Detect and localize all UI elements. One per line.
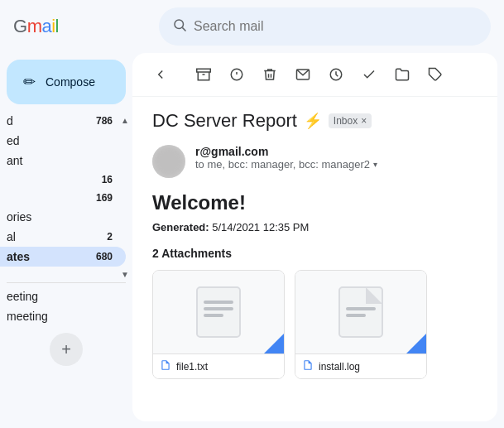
sidebar-item-4[interactable]: 16 xyxy=(0,171,126,189)
inbox-label: d xyxy=(7,114,13,127)
report-button[interactable] xyxy=(222,60,252,89)
sender-to: to me, bcc: manager, bcc: manager2 ▾ xyxy=(195,158,377,171)
item5-count: 169 xyxy=(96,192,113,204)
file-icon-small-2 xyxy=(302,359,314,373)
sidebar-item-meeting[interactable]: eeting xyxy=(0,286,126,306)
attachment-footer-2: install.log xyxy=(295,353,426,378)
email-subject: DC Server Report xyxy=(152,110,297,132)
sender-email: r@gmail.com xyxy=(195,145,377,158)
updates-count: 680 xyxy=(96,251,113,262)
attachment-card-2[interactable]: install.log xyxy=(295,270,427,379)
check-button[interactable] xyxy=(354,60,384,89)
attachments-section: 2 Attachments xyxy=(152,247,478,379)
subject-line: DC Server Report ⚡ Inbox × xyxy=(152,110,478,132)
attachments-row: file1.txt xyxy=(152,270,478,379)
meeting-label: eeting xyxy=(7,290,38,303)
email-button[interactable] xyxy=(288,60,318,89)
email-panel: DC Server Report ⚡ Inbox × r@gmail.com t… xyxy=(132,53,497,421)
add-button[interactable]: + xyxy=(50,333,83,366)
attachment-corner-1 xyxy=(264,334,284,353)
attachment-card-1[interactable]: file1.txt xyxy=(152,270,285,379)
meeting2-label: meeting xyxy=(7,310,48,323)
delete-button[interactable] xyxy=(255,60,285,89)
generated-date: 5/14/2021 12:35 PM xyxy=(212,221,309,233)
attachments-title: 2 Attachments xyxy=(152,247,478,260)
avatar xyxy=(152,145,185,178)
social-label: al xyxy=(7,230,16,243)
inbox-label-badge[interactable]: Inbox × xyxy=(329,113,372,128)
attachment-preview-1 xyxy=(153,271,284,353)
email-toolbar xyxy=(132,53,497,97)
starred-label: ed xyxy=(7,134,20,147)
topbar: Gmail xyxy=(0,0,504,53)
categories-label: ories xyxy=(7,210,31,224)
clock-button[interactable] xyxy=(321,60,351,89)
sidebar-section-main: d 786 ▲ ed ant xyxy=(0,111,132,267)
important-label: ant xyxy=(7,154,22,167)
email-body: Welcome! Generated: 5/14/2021 12:35 PM 2… xyxy=(152,191,478,379)
sidebar-item-meeting2[interactable]: meeting xyxy=(0,306,126,326)
sidebar-item-5[interactable]: 169 xyxy=(0,189,126,207)
sidebar-item-updates[interactable]: ates 680 xyxy=(0,247,126,267)
tag-button[interactable] xyxy=(420,60,450,89)
search-icon xyxy=(172,17,187,36)
compose-label: Compose xyxy=(46,75,95,89)
sidebar-item-starred[interactable]: ed xyxy=(0,131,126,151)
svg-point-0 xyxy=(175,20,184,29)
file-icon-large-2 xyxy=(338,286,384,339)
back-button[interactable] xyxy=(146,60,175,89)
file-icon-large-1 xyxy=(195,286,242,339)
search-bar[interactable] xyxy=(159,7,491,46)
svg-rect-14 xyxy=(339,287,382,337)
sender-dropdown-arrow[interactable]: ▾ xyxy=(373,160,377,169)
file-icon-small-1 xyxy=(160,359,171,373)
sender-details: r@gmail.com to me, bcc: manager, bcc: ma… xyxy=(195,145,377,171)
sidebar-item-inbox[interactable]: d 786 xyxy=(0,111,126,131)
main-layout: ✏ Compose d 786 ▲ ed xyxy=(0,53,504,428)
attachment-corner-2 xyxy=(406,334,426,353)
scroll-down-arrow[interactable]: ▼ xyxy=(121,270,129,279)
inbox-count: 786 xyxy=(96,115,113,127)
svg-rect-12 xyxy=(204,307,233,310)
sidebar-item-important[interactable]: ant xyxy=(0,151,126,171)
generated-info: Generated: 5/14/2021 12:35 PM xyxy=(152,221,478,233)
avatar-image xyxy=(152,145,185,178)
thunder-icon: ⚡ xyxy=(304,112,322,130)
email-content: DC Server Report ⚡ Inbox × r@gmail.com t… xyxy=(132,97,497,421)
updates-label: ates xyxy=(7,250,30,263)
inbox-label-close[interactable]: × xyxy=(361,115,367,127)
compose-button[interactable]: ✏ Compose xyxy=(7,60,126,104)
file1-name: file1.txt xyxy=(176,361,208,373)
scroll-up-arrow[interactable]: ▲ xyxy=(121,117,129,125)
gmail-logo: Gmail xyxy=(13,16,146,37)
archive-button[interactable] xyxy=(189,60,218,89)
svg-rect-10 xyxy=(197,287,240,337)
welcome-heading: Welcome! xyxy=(152,191,478,214)
social-count: 2 xyxy=(107,231,113,243)
inbox-label-text: Inbox xyxy=(334,115,358,127)
item4-count: 16 xyxy=(102,174,113,185)
file2-name: install.log xyxy=(319,361,360,373)
compose-icon: ✏ xyxy=(23,73,36,91)
svg-rect-11 xyxy=(204,301,233,304)
sidebar-item-categories[interactable]: ories xyxy=(0,207,126,227)
sidebar-divider xyxy=(7,282,126,283)
svg-rect-2 xyxy=(197,69,211,72)
sender-row: r@gmail.com to me, bcc: manager, bcc: ma… xyxy=(152,145,478,178)
svg-rect-13 xyxy=(204,314,223,317)
attachment-footer-1: file1.txt xyxy=(153,353,284,378)
svg-rect-16 xyxy=(346,314,366,317)
attachment-preview-2 xyxy=(295,271,426,353)
sidebar-item-social[interactable]: al 2 xyxy=(0,227,126,247)
generated-label: Generated: xyxy=(152,221,209,233)
sender-to-text: to me, bcc: manager, bcc: manager2 xyxy=(195,158,370,171)
search-input[interactable] xyxy=(194,19,478,34)
sidebar: ✏ Compose d 786 ▲ ed xyxy=(0,53,132,428)
folder-button[interactable] xyxy=(387,60,417,89)
svg-rect-15 xyxy=(346,307,376,310)
svg-line-1 xyxy=(182,27,185,31)
